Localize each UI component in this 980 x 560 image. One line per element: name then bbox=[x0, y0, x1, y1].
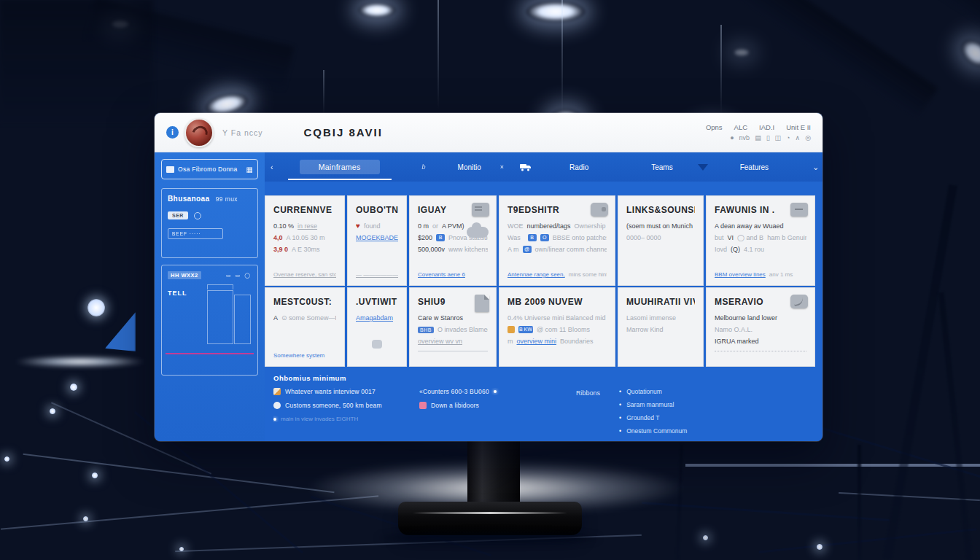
card-footer: Antennae range seen,mins some hints bbox=[508, 265, 607, 278]
checkbox-icon[interactable] bbox=[166, 166, 174, 173]
nav-item-monitio[interactable]: Monitio bbox=[458, 163, 481, 171]
mini-icons: ▭ ▭ ◯ bbox=[226, 273, 252, 279]
columns-icon[interactable]: ◫ bbox=[775, 134, 782, 141]
heart-icon: ♥ bbox=[356, 222, 360, 230]
background-effect bbox=[70, 384, 77, 391]
footer-links-heading: Ribbons bbox=[576, 388, 600, 440]
nav-back-icon[interactable]: ‹ bbox=[271, 163, 273, 171]
card-text: ham b Genuine bbox=[767, 234, 806, 241]
card-line: B KW@ com 11 Blooms bbox=[508, 326, 607, 333]
footer-links-list: QuotationumSaram manmuralGrounded TOnest… bbox=[619, 388, 687, 440]
navbar: ‹MainframesbMonitio×RadioTeamsFeatures⌄ bbox=[265, 152, 822, 182]
card-link[interactable]: — ——————— bbox=[356, 271, 398, 278]
minus-icon[interactable] bbox=[790, 203, 808, 217]
footer-item[interactable]: «Counters 600-3 BU060 bbox=[419, 388, 576, 395]
close-icon[interactable]: × bbox=[500, 163, 504, 171]
footer-link[interactable]: Grounded T bbox=[619, 414, 687, 421]
card-footer: BBM overview linesanv 1 ms bbox=[715, 265, 806, 278]
target-icon[interactable]: ◎ bbox=[805, 134, 811, 141]
card-link[interactable]: Somewhere system bbox=[273, 352, 324, 359]
card-footer: Covenants aene 6 bbox=[418, 265, 488, 278]
header-menu-item[interactable]: Unit E II bbox=[786, 123, 811, 131]
brand-logo[interactable] bbox=[184, 118, 214, 147]
footer-item[interactable]: Whatever wants interview 0017 bbox=[273, 388, 419, 395]
ser-button[interactable]: SER bbox=[168, 211, 188, 219]
clock-icon[interactable]: ◔ bbox=[786, 134, 790, 141]
blue-chip-icon: B bbox=[436, 234, 445, 241]
background-effect bbox=[175, 534, 642, 552]
background-effect bbox=[676, 445, 683, 560]
panel-icon[interactable] bbox=[472, 203, 489, 217]
background-effect bbox=[0, 0, 153, 124]
card-line: (soem must on Munich bbox=[626, 222, 695, 230]
chevron-down-icon[interactable]: ⌄ bbox=[812, 163, 819, 172]
card-line: IGRUA marked bbox=[715, 338, 806, 345]
sidebar-search[interactable]: Osa Fibromo Donna ▦ bbox=[161, 159, 258, 179]
footer-item[interactable]: main in view invades EIGHTH bbox=[273, 416, 419, 422]
card: T9EDSHITRWOEnumbered/tagsOwnership minWa… bbox=[499, 195, 615, 286]
doc-icon[interactable]: ▯ bbox=[766, 134, 770, 141]
card-line: MOGEKBADED bbox=[356, 234, 398, 241]
card-link[interactable]: Amagabdam bbox=[356, 314, 393, 322]
header-menu-item[interactable]: ALC bbox=[734, 123, 747, 131]
nav-item-radio[interactable]: Radio bbox=[569, 163, 588, 171]
footer-link[interactable]: Quotationum bbox=[619, 388, 687, 395]
grid-icon[interactable]: ▦ bbox=[246, 166, 253, 174]
card-line: 3,9 0A E 30ms bbox=[273, 246, 336, 253]
card-title: MB 2009 NUVEW bbox=[508, 297, 607, 307]
info-badge-icon[interactable]: i bbox=[166, 126, 179, 139]
background-effect bbox=[817, 544, 822, 550]
swoosh-icon[interactable] bbox=[790, 295, 808, 308]
footer-item[interactable]: Down a libidoors bbox=[419, 402, 576, 409]
card-text: A bbox=[273, 314, 278, 322]
sidebar-panel-wireframe: HH WXX2 ▭ ▭ ◯ TELL bbox=[161, 265, 258, 376]
card-link[interactable]: overview wv vn bbox=[418, 338, 462, 345]
background-effect bbox=[85, 0, 294, 90]
truck-icon[interactable] bbox=[520, 163, 532, 171]
header-menu-item[interactable]: IAD.I bbox=[759, 123, 774, 131]
card-text: 0.4% Universe mini Balanced mid bbox=[508, 314, 606, 322]
footer-link[interactable]: Saram manmural bbox=[619, 401, 687, 408]
nav-item-teams[interactable]: Teams bbox=[651, 163, 672, 171]
card-line: A m@own/linear comm channels bbox=[508, 246, 607, 253]
header-menu-item[interactable]: Opns bbox=[706, 123, 723, 131]
background-effect bbox=[642, 502, 889, 521]
footer-link[interactable]: Onestum Commonum bbox=[619, 427, 687, 435]
background-effect bbox=[92, 472, 98, 478]
label-icon[interactable]: nvb bbox=[739, 134, 750, 141]
card-footer: Somewhere system bbox=[273, 346, 336, 359]
card-text: 4.1 rou bbox=[744, 246, 764, 253]
card-link[interactable]: in rese bbox=[298, 222, 317, 230]
card-text: Boundaries bbox=[560, 338, 594, 345]
card-link[interactable]: Covenants aene 6 bbox=[418, 271, 465, 278]
card-link[interactable]: overview mini bbox=[517, 338, 557, 345]
monitor-shadow bbox=[379, 532, 598, 544]
wallet-icon[interactable] bbox=[591, 203, 608, 217]
card-link[interactable]: Antennae range seen, bbox=[508, 271, 565, 278]
background-effect bbox=[88, 299, 105, 316]
card-line: Amagabdam bbox=[356, 314, 398, 322]
card-link[interactable]: MOGEKBADED bbox=[356, 234, 398, 241]
card-link[interactable]: Ovenae reserve, san stores bbox=[273, 271, 336, 278]
card: CURRENNVE0.10 %in rese4,0A 10.05 30 m3,9… bbox=[265, 195, 345, 286]
background-effect bbox=[685, 464, 980, 467]
dropdown-triangle-icon[interactable] bbox=[698, 164, 708, 171]
chip-box[interactable]: BEEF ····· bbox=[168, 228, 223, 239]
card-line: ♥found bbox=[356, 222, 398, 230]
tag-chip: BHB bbox=[418, 327, 434, 333]
record-icon[interactable]: ● bbox=[730, 134, 734, 141]
card-text: WOE bbox=[508, 222, 524, 230]
nav-tab-mainframes[interactable]: Mainframes bbox=[300, 160, 380, 174]
panel-heading-text: Bhusanoaa bbox=[168, 195, 210, 203]
page-icon[interactable] bbox=[475, 295, 489, 312]
card-line: Namo O.A.L. bbox=[715, 326, 806, 333]
card-line: Lasomi immense bbox=[626, 314, 695, 322]
grid-icon[interactable]: ▤ bbox=[755, 134, 761, 141]
nav-item-features[interactable]: Features bbox=[740, 163, 769, 171]
background-effect bbox=[83, 516, 88, 521]
caret-icon[interactable]: ∧ bbox=[796, 134, 801, 141]
card-link[interactable]: BBM overview lines bbox=[715, 271, 766, 278]
card-text: or bbox=[432, 222, 438, 230]
card-line: WasBOBBSE onto patches bbox=[508, 234, 607, 241]
footer-item[interactable]: Customs someone, 500 km beam bbox=[273, 402, 419, 409]
